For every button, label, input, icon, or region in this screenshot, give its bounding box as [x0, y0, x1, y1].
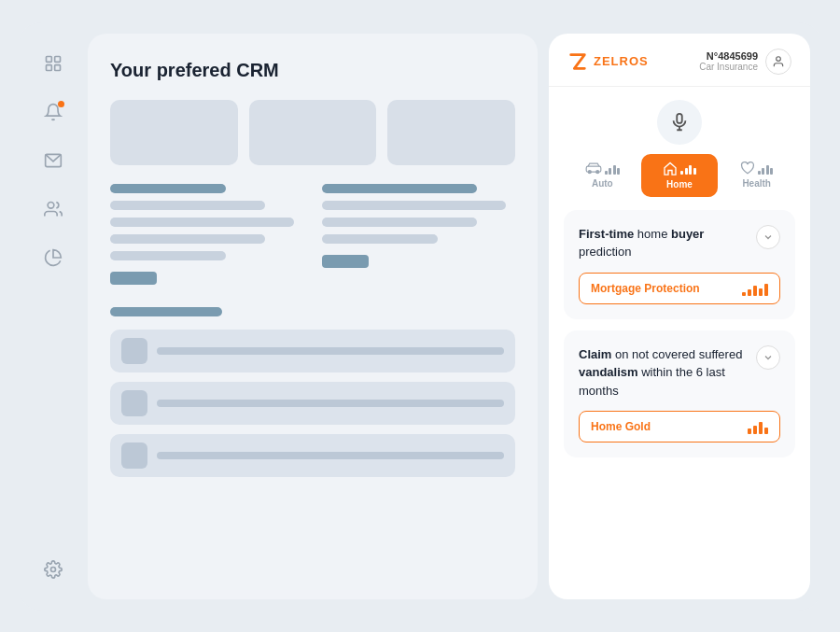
list-section: [110, 307, 515, 477]
grid-icon[interactable]: [38, 49, 68, 78]
car-icon: [585, 162, 602, 175]
svg-rect-3: [55, 64, 61, 70]
prediction-card-2: Claim on not covered suffered vandalism …: [564, 330, 795, 458]
zelros-panel: ZELROS N°4845699 Car Insurance: [549, 34, 810, 599]
svg-point-13: [595, 170, 598, 173]
card-2-title-bold: Claim: [579, 347, 611, 361]
svg-rect-1: [55, 56, 61, 62]
mic-button[interactable]: [657, 100, 702, 145]
notification-dot: [58, 101, 64, 107]
list-item[interactable]: [110, 330, 515, 372]
crm-panel: Your prefered CRM: [88, 34, 538, 599]
zelros-account: N°4845699 Car Insurance: [699, 49, 791, 75]
heart-icon: [740, 162, 755, 175]
placeholder-image-1: [110, 100, 238, 165]
card-2-title-bold2: vandalism: [579, 365, 638, 379]
product-tag-homegold[interactable]: Home Gold: [579, 411, 780, 442]
chevron-down-icon: [763, 232, 774, 243]
card-1-title-prefix: First-time: [579, 227, 634, 241]
cards-section: First-time home buyer prediction Mortgag…: [549, 210, 810, 599]
card-1-title: First-time home buyer prediction: [579, 225, 749, 261]
expand-button-2[interactable]: [756, 345, 780, 370]
placeholder-image-2: [249, 100, 377, 165]
chart-icon[interactable]: [38, 243, 68, 273]
health-bars: [758, 162, 774, 175]
tab-home[interactable]: Home: [641, 154, 719, 197]
svg-rect-0: [47, 56, 52, 62]
list-thumb: [121, 442, 147, 469]
tab-home-label: Home: [666, 179, 693, 190]
line: [322, 218, 477, 227]
card-1-header: First-time home buyer prediction: [579, 225, 780, 261]
image-grid: [110, 100, 515, 165]
content-col-left: [110, 184, 303, 285]
svg-point-6: [51, 567, 56, 571]
chevron-down-icon: [763, 352, 774, 363]
home-icon: [663, 162, 678, 176]
user-icon: [772, 55, 785, 68]
card-2-title-mid: on not covered suffered: [615, 347, 742, 361]
crm-title: Your prefered CRM: [110, 60, 515, 81]
microphone-icon: [669, 112, 690, 133]
svg-point-7: [777, 56, 781, 61]
auto-bars: [605, 162, 621, 175]
bell-icon[interactable]: [38, 97, 68, 127]
card-2-header: Claim on not covered suffered vandalism …: [579, 345, 780, 400]
list-item[interactable]: [110, 382, 515, 425]
list-header: [110, 307, 222, 316]
category-tabs: Auto Home: [549, 154, 810, 210]
card-1-title-bold2: buyer: [671, 227, 704, 241]
line: [110, 201, 265, 210]
card-1-title-mid: home: [637, 227, 671, 241]
sidebar-bottom: [38, 555, 68, 584]
tab-health-label: Health: [742, 178, 771, 189]
tab-auto-label: Auto: [592, 178, 613, 189]
product-tag-homegold-label: Home Gold: [591, 420, 651, 433]
placeholder-image-3: [387, 100, 515, 165]
line: [322, 184, 477, 193]
svg-rect-8: [677, 113, 682, 122]
mic-section: [549, 87, 810, 154]
gear-icon[interactable]: [38, 555, 68, 584]
line: [110, 218, 294, 227]
account-number: N°4845699: [699, 50, 758, 62]
card-1-title-suffix: prediction: [579, 245, 631, 259]
tab-health[interactable]: Health: [718, 154, 795, 197]
users-icon[interactable]: [38, 194, 68, 224]
account-info: N°4845699 Car Insurance: [699, 50, 758, 72]
badge: [110, 272, 157, 285]
content-section: [110, 184, 515, 285]
mortgage-bars: [742, 281, 768, 296]
account-type: Car Insurance: [699, 62, 758, 72]
auto-tab-icon: [585, 162, 621, 175]
product-tag-mortgage[interactable]: Mortgage Protection: [579, 273, 780, 304]
home-bars: [680, 162, 696, 175]
homegold-bars: [748, 419, 768, 434]
line: [110, 251, 226, 260]
line: [110, 234, 265, 244]
prediction-card-1: First-time home buyer prediction Mortgag…: [564, 210, 795, 319]
svg-point-5: [48, 202, 54, 208]
user-avatar[interactable]: [765, 49, 791, 75]
zelros-z-icon: [567, 51, 588, 72]
line: [322, 201, 506, 210]
svg-point-12: [588, 170, 591, 173]
product-tag-mortgage-label: Mortgage Protection: [591, 282, 700, 295]
zelros-logo-text: ZELROS: [594, 54, 649, 68]
svg-rect-2: [47, 64, 52, 70]
zelros-logo: ZELROS: [567, 51, 649, 72]
list-thumb: [121, 390, 147, 416]
list-item[interactable]: [110, 434, 515, 477]
line: [157, 400, 504, 407]
content-col-right: [322, 184, 515, 285]
expand-button-1[interactable]: [756, 225, 780, 249]
line: [322, 234, 438, 244]
health-tab-icon: [740, 162, 774, 175]
line: [157, 347, 504, 355]
main-container: Your prefered CRM: [19, 22, 821, 611]
mail-icon[interactable]: [38, 146, 68, 176]
tab-auto[interactable]: Auto: [564, 154, 641, 197]
sidebar-top: [38, 49, 68, 273]
card-2-title: Claim on not covered suffered vandalism …: [579, 345, 749, 400]
list-thumb: [121, 338, 147, 364]
